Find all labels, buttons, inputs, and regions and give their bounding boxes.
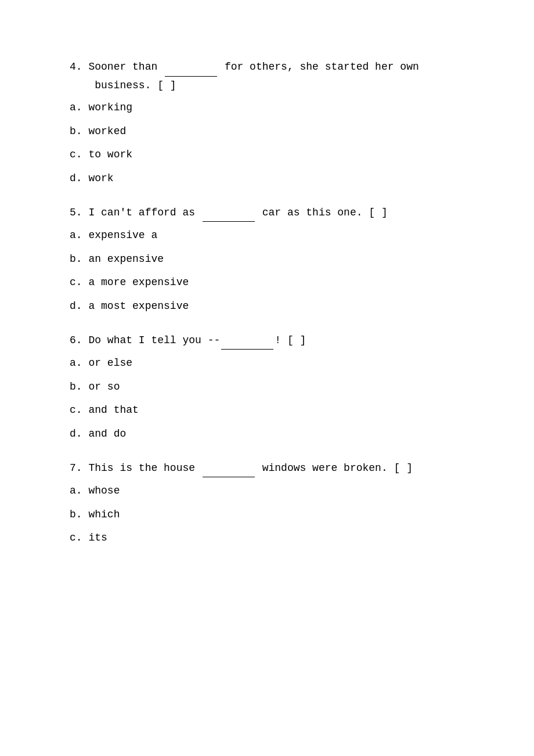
question-7-text: 7. This is the house windows were broken…: [70, 459, 488, 478]
option-text: or else: [88, 357, 132, 369]
answer-bracket: [ ]: [369, 207, 387, 218]
question-6: 6. Do what I tell you -- ! [ ]a. or else…: [70, 332, 488, 443]
answer-bracket: [ ]: [394, 462, 413, 474]
option-label: a.: [70, 102, 82, 113]
question-5-option-c: c. a more expensive: [70, 273, 488, 291]
question-4-option-b: b. worked: [70, 123, 488, 141]
option-text: work: [88, 172, 113, 184]
question-6-option-c: c. and that: [70, 401, 488, 419]
option-label: a.: [70, 357, 82, 369]
option-text: a more expensive: [88, 276, 189, 288]
option-label: c.: [70, 532, 82, 543]
question-5-text: 5. I can't afford as car as this one. [ …: [70, 204, 488, 222]
option-label: b.: [70, 253, 82, 265]
question-7-option-a: a. whose: [70, 482, 488, 500]
option-label: d.: [70, 172, 82, 184]
option-text: which: [88, 509, 120, 520]
option-text: working: [88, 102, 132, 113]
answer-blank: [165, 58, 217, 77]
question-number: 7.: [70, 462, 82, 474]
question-text-before: Do what I tell you --: [88, 334, 220, 346]
option-label: b.: [70, 509, 82, 520]
question-text-after: ! [ ]: [275, 334, 306, 346]
option-text: worked: [88, 125, 126, 137]
question-4-option-a: a. working: [70, 99, 488, 117]
question-5: 5. I can't afford as car as this one. [ …: [70, 204, 488, 315]
question-7-option-b: b. which: [70, 506, 488, 524]
question-6-option-a: a. or else: [70, 354, 488, 372]
question-6-text: 6. Do what I tell you -- ! [ ]: [70, 332, 488, 350]
question-5-option-a: a. expensive a: [70, 226, 488, 244]
option-text: its: [88, 532, 107, 543]
answer-blank: [221, 332, 273, 350]
option-text: an expensive: [88, 253, 164, 265]
option-text: and that: [88, 404, 138, 416]
option-label: a.: [70, 229, 82, 241]
option-label: a.: [70, 485, 82, 496]
question-7: 7. This is the house windows were broken…: [70, 459, 488, 547]
question-text-before: Sooner than: [88, 61, 157, 73]
question-6-option-b: b. or so: [70, 378, 488, 396]
option-text: a most expensive: [88, 300, 189, 312]
option-label: b.: [70, 381, 82, 393]
option-text: expensive a: [88, 229, 157, 241]
option-label: d.: [70, 428, 82, 440]
question-5-option-d: d. a most expensive: [70, 297, 488, 315]
question-text-before: This is the house: [88, 462, 195, 474]
question-4-option-c: c. to work: [70, 146, 488, 164]
option-text: to work: [88, 149, 132, 160]
question-number: 5.: [70, 207, 82, 218]
option-label: c.: [70, 276, 82, 288]
question-4-text: 4. Sooner than for others, she started h…: [70, 58, 488, 94]
question-6-option-d: d. and do: [70, 425, 488, 443]
option-text: or so: [88, 381, 120, 393]
question-4: 4. Sooner than for others, she started h…: [70, 58, 488, 188]
question-text-after: windows were broken. [ ]: [262, 462, 413, 474]
answer-bracket: [ ]: [287, 334, 306, 346]
answer-bracket: [ ]: [157, 80, 176, 91]
option-label: c.: [70, 404, 82, 416]
question-4-option-d: d. work: [70, 170, 488, 188]
answer-blank: [203, 204, 255, 222]
question-number: 4.: [70, 61, 82, 73]
question-7-option-c: c. its: [70, 529, 488, 547]
question-text-before: I can't afford as: [88, 207, 195, 218]
option-text: and do: [88, 428, 126, 440]
question-5-option-b: b. an expensive: [70, 250, 488, 268]
question-number: 6.: [70, 334, 82, 346]
question-text-after: car as this one. [ ]: [262, 207, 388, 218]
option-label: c.: [70, 149, 82, 160]
option-text: whose: [88, 485, 120, 496]
option-label: b.: [70, 125, 82, 137]
answer-blank: [203, 459, 255, 478]
option-label: d.: [70, 300, 82, 312]
